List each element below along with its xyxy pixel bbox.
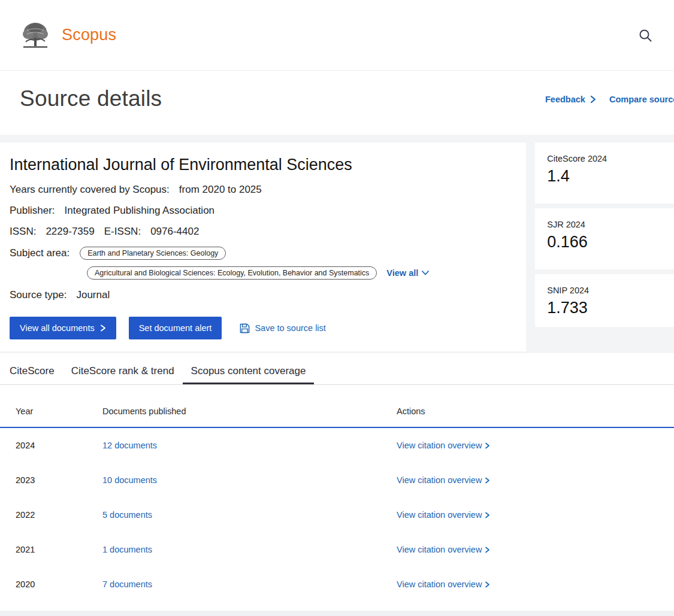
view-citation-overview-link[interactable]: View citation overview [397, 475, 490, 485]
elsevier-tree-icon [20, 20, 51, 51]
view-citation-overview-label: View citation overview [397, 579, 482, 589]
feedback-link[interactable]: Feedback [545, 95, 597, 104]
chevron-right-icon [485, 512, 490, 518]
column-header-actions: Actions [397, 406, 674, 416]
search-button[interactable] [634, 25, 656, 46]
source-type-line: Source type: Journal [10, 289, 516, 301]
view-citation-overview-label: View citation overview [397, 510, 482, 520]
table-header-row: Year Documents published Actions [0, 385, 674, 428]
next-section-edge [0, 611, 674, 616]
sjr-label: SJR 2024 [547, 220, 662, 229]
chevron-right-icon [485, 547, 490, 553]
column-header-year: Year [16, 406, 102, 416]
metrics-column: CiteScore 2024 1.4 SJR 2024 0.166 SNIP 2… [535, 142, 674, 327]
tab-citescore[interactable]: CiteScore [1, 359, 63, 384]
year-cell: 2024 [16, 441, 102, 450]
view-citation-overview-link[interactable]: View citation overview [397, 579, 490, 589]
chevron-right-icon [100, 324, 106, 332]
column-header-documents-published: Documents published [102, 406, 397, 416]
save-to-source-list-label: Save to source list [255, 323, 325, 333]
publisher-label: Publisher: [10, 205, 55, 217]
documents-link[interactable]: 5 documents [102, 510, 152, 520]
documents-link[interactable]: 10 documents [102, 475, 157, 485]
set-document-alert-button[interactable]: Set document alert [129, 317, 222, 339]
title-row: Source details Feedback Compare sources [0, 71, 674, 135]
source-type-label: Source type: [10, 289, 67, 301]
table-row: 2022 5 documents View citation overview [0, 497, 674, 532]
save-icon [240, 323, 250, 333]
citescore-label: CiteScore 2024 [547, 154, 662, 163]
year-cell: 2022 [16, 510, 102, 520]
coverage-value: from 2020 to 2025 [179, 184, 262, 196]
subject-area-row: Subject area: Earth and Planetary Scienc… [10, 247, 516, 260]
snip-value: 1.733 [547, 299, 662, 317]
tab-scopus-content-coverage[interactable]: Scopus content coverage [183, 359, 315, 384]
issn-line: ISSN: 2229-7359 E-ISSN: 0976-4402 [10, 226, 516, 238]
view-citation-overview-link[interactable]: View citation overview [397, 441, 490, 450]
feedback-link-label: Feedback [545, 95, 585, 104]
chevron-right-icon [485, 442, 490, 449]
brand[interactable]: Scopus [20, 20, 116, 51]
top-header: Scopus [0, 0, 674, 71]
view-all-documents-button[interactable]: View all documents [10, 317, 116, 339]
subject-area-label: Subject area: [10, 247, 69, 259]
documents-link[interactable]: 12 documents [102, 441, 157, 450]
citescore-value: 1.4 [547, 167, 662, 186]
table-row: 2023 10 documents View citation overview [0, 463, 674, 497]
coverage-line: Years currently covered by Scopus: from … [10, 184, 516, 196]
eissn-label: E-ISSN: [104, 226, 141, 238]
citescore-metric-card: CiteScore 2024 1.4 [535, 142, 674, 204]
source-details-card: International Journal of Environmental S… [0, 142, 526, 351]
view-citation-overview-label: View citation overview [397, 441, 482, 450]
snip-label: SNIP 2024 [547, 286, 662, 295]
view-all-documents-label: View all documents [20, 323, 95, 333]
chevron-down-icon [422, 271, 429, 275]
subject-area-row-2: Agricultural and Biological Sciences: Ec… [87, 266, 516, 280]
source-type-value: Journal [76, 289, 110, 301]
tab-citescore-rank-trend[interactable]: CiteScore rank & trend [63, 359, 183, 384]
eissn-value: 0976-4402 [150, 226, 199, 238]
view-citation-overview-label: View citation overview [397, 475, 482, 485]
year-cell: 2023 [16, 475, 102, 485]
year-cell: 2021 [16, 545, 102, 554]
documents-link[interactable]: 1 documents [102, 545, 152, 554]
sjr-value: 0.166 [547, 233, 662, 251]
source-actions-row: View all documents Set document alert [10, 317, 516, 339]
chevron-right-icon [589, 95, 597, 104]
subject-pill[interactable]: Earth and Planetary Sciences: Geology [80, 247, 226, 260]
save-to-source-list-link[interactable]: Save to source list [240, 323, 325, 333]
search-icon [638, 35, 652, 44]
chevron-right-icon [485, 477, 490, 484]
compare-sources-label: Compare sources [609, 95, 674, 104]
table-row: 2024 12 documents View citation overview [0, 428, 674, 463]
source-summary-section: International Journal of Environmental S… [0, 135, 674, 353]
table-row: 2021 1 documents View citation overview [0, 532, 674, 567]
view-all-label: View all [386, 268, 418, 278]
snip-metric-card: SNIP 2024 1.733 [535, 274, 674, 327]
issn-label: ISSN: [10, 226, 36, 238]
view-all-subjects-link[interactable]: View all [386, 268, 429, 278]
issn-value: 2229-7359 [46, 226, 94, 238]
compare-sources-link[interactable]: Compare sources [609, 95, 674, 104]
table-row: 2020 7 documents View citation overview [0, 567, 674, 602]
coverage-label: Years currently covered by Scopus: [10, 184, 170, 196]
year-cell: 2020 [16, 579, 102, 589]
view-citation-overview-link[interactable]: View citation overview [397, 510, 490, 520]
documents-link[interactable]: 7 documents [102, 579, 152, 589]
sjr-metric-card: SJR 2024 0.166 [535, 208, 674, 269]
journal-title: International Journal of Environmental S… [10, 156, 516, 174]
chevron-right-icon [485, 581, 490, 588]
view-citation-overview-link[interactable]: View citation overview [397, 545, 490, 554]
publisher-value: Integrated Publishing Association [65, 205, 214, 217]
page-header-links: Feedback Compare sources [545, 95, 674, 104]
tab-bar: CiteScore CiteScore rank & trend Scopus … [0, 359, 674, 385]
subject-pill[interactable]: Agricultural and Biological Sciences: Ec… [87, 266, 377, 280]
set-document-alert-label: Set document alert [139, 323, 212, 333]
content-coverage-table: Year Documents published Actions 2024 12… [0, 385, 674, 602]
scopus-wordmark: Scopus [62, 26, 116, 44]
publisher-line: Publisher: Integrated Publishing Associa… [10, 205, 516, 217]
view-citation-overview-label: View citation overview [397, 545, 482, 554]
